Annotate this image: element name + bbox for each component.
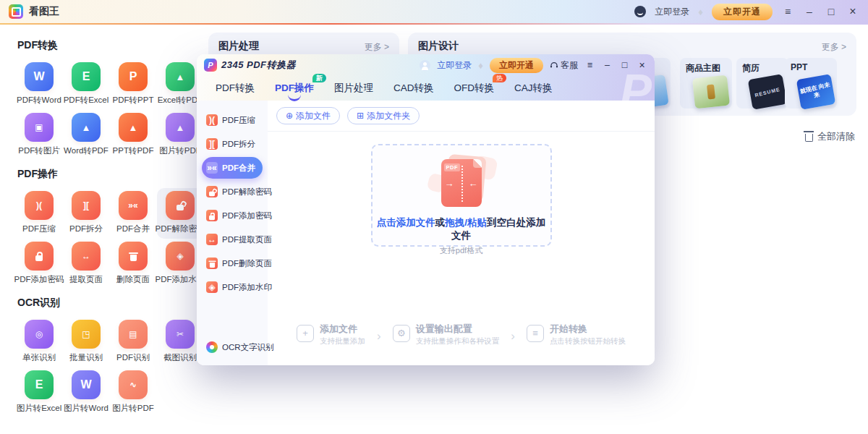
step-title: 设置输出配置: [416, 323, 500, 335]
app-logo-icon: [9, 4, 23, 19]
pdf-to-image-icon: ▣: [25, 113, 54, 142]
dialog-sidebar: )(PDF压缩][PDF拆分»«PDF合并PDF解除密码PDF添加密码↔PDF提…: [197, 101, 268, 365]
tab-pdf-operate[interactable]: PDF操作新: [275, 82, 314, 95]
extract-glyph: ↔: [82, 251, 90, 261]
tool-pdf-ocr[interactable]: ▤PDF识别: [110, 317, 156, 367]
page-fold: [473, 159, 482, 168]
upgrade-button[interactable]: 立即开通: [712, 4, 773, 20]
tool-label: PDF转Word: [17, 95, 61, 106]
tool-delete-pages[interactable]: 删除页面: [110, 239, 156, 289]
tool-pdf-to-ppt[interactable]: PPDF转PPT: [110, 59, 156, 110]
design-card-product-image[interactable]: 商品主图: [680, 58, 732, 109]
P-glyph: P: [129, 70, 137, 83]
sidebar-item-pdf-compress[interactable]: )(PDF压缩: [202, 109, 263, 131]
dialog-header: P P 2345 PDF转换器 立即登录 ♦ 立即开通 客服 ≡ – □ ×: [197, 54, 655, 101]
tool-ppt-to-pdf[interactable]: ▲PPT转PDF: [110, 110, 156, 161]
step-text: 添加文件支持批量添加: [320, 323, 365, 346]
tool-label: Excel转PDF: [158, 95, 203, 106]
sidebar-item-label: PDF添加水印: [222, 282, 272, 293]
tool-pdf-compress[interactable]: )(PDF压缩: [16, 188, 62, 239]
compress-glyph: )(: [209, 115, 215, 125]
sidebar-item-pdf-split[interactable]: ][PDF拆分: [202, 133, 263, 155]
tool-pdf-to-image[interactable]: ▣PDF转图片: [16, 110, 62, 161]
tool-label: PDF添加密码: [14, 274, 64, 285]
batch-glyph: ◳: [82, 329, 90, 339]
pdf-glyph: ▲: [176, 72, 185, 82]
menu-button[interactable]: ≡: [781, 7, 794, 17]
split-glyph: ][: [83, 200, 89, 210]
pdf-delete-pages-icon: [206, 258, 218, 269]
sidebar-item-pdf-merge[interactable]: »«PDF合并: [202, 157, 263, 179]
tool-pdf-split[interactable]: ][PDF拆分: [63, 188, 109, 239]
tool-pdf-to-excel[interactable]: EPDF转Excel: [63, 59, 109, 110]
close-button[interactable]: ×: [846, 6, 859, 17]
tab-cad-convert[interactable]: CAD转换: [393, 82, 434, 95]
design-card-resume[interactable]: 简历RESUME: [736, 58, 788, 109]
tool-pdf-to-word[interactable]: WPDF转Word: [16, 59, 62, 110]
pdf-add-password-icon: [206, 210, 218, 221]
step-title: 开始转换: [550, 323, 626, 335]
single-ocr-icon: ◎: [25, 320, 54, 349]
tool-pdf-add-password[interactable]: PDF添加密码: [16, 239, 62, 289]
tab-caj-convert[interactable]: CAJ转换: [514, 82, 553, 95]
tab-ofd-convert[interactable]: OFD转换热: [454, 82, 495, 95]
titlebar-actions: 立即登录 ♦ 立即开通 ≡ – □ ×: [634, 4, 859, 20]
user-avatar-icon[interactable]: [634, 6, 646, 17]
dialog-maximize-button[interactable]: □: [619, 61, 630, 70]
sidebar-item-pdf-add-password[interactable]: PDF添加密码: [202, 205, 263, 226]
add-folder-button[interactable]: 添加文件夹: [347, 107, 420, 124]
sidebar-item-pdf-add-watermark[interactable]: ◈PDF添加水印: [202, 276, 263, 298]
tool-word-to-pdf[interactable]: ▲Word转PDF: [63, 110, 109, 161]
tool-batch-ocr[interactable]: ◳批量识别: [63, 317, 109, 367]
tool-pdf-merge[interactable]: »«PDF合并: [110, 188, 156, 239]
step-add-file-icon: +: [297, 325, 314, 342]
add-file-button[interactable]: 添加文件: [276, 107, 340, 124]
login-link[interactable]: 立即登录: [655, 6, 689, 18]
tool-single-ocr[interactable]: ◎单张识别: [16, 317, 62, 367]
tool-label: 单张识别: [22, 352, 56, 363]
tool-grid: WPDF转WordEPDF转ExcelPPDF转PPT▲Excel转PDF▣PD…: [16, 59, 208, 161]
tab-label: OFD转换: [454, 82, 495, 93]
minimize-button[interactable]: –: [803, 7, 816, 17]
tab-pdf-convert[interactable]: PDF转换: [216, 82, 255, 95]
tool-image-to-pdf-ocr[interactable]: ∿图片转PDF: [110, 367, 156, 418]
maximize-button[interactable]: □: [825, 7, 838, 17]
sidebar-item-label: PDF合并: [222, 163, 255, 174]
design-card-ppt[interactable]: PPT就现在 向未来: [785, 58, 837, 109]
sidebar-item-pdf-extract-pages[interactable]: ↔PDF提取页面: [202, 229, 263, 250]
dialog-titlebar-actions: 立即登录 ♦ 立即开通 客服 ≡ – □ ×: [420, 58, 647, 73]
tool-image-to-word[interactable]: W图片转Word: [63, 367, 109, 418]
step-start-convert: ≡开始转换点击转换按钮开始转换: [527, 323, 626, 346]
file-dropzone[interactable]: PDF 点击添加文件或拖拽/粘贴到空白处添加文件 支持pdf格式: [371, 144, 552, 247]
tab-label: PDF转换: [216, 82, 255, 93]
sidebar-item-ocr-text-recognition[interactable]: OCR文字识别: [202, 336, 263, 358]
section-title: PDF操作: [17, 168, 208, 181]
docscan-glyph: ▤: [129, 329, 137, 339]
screenshot-ocr-icon: ✂: [166, 320, 195, 349]
clear-all-button[interactable]: 全部清除: [805, 130, 855, 143]
arrow-left-icon: [469, 178, 478, 189]
dialog-upgrade-button[interactable]: 立即开通: [490, 58, 543, 73]
E-glyph: E: [35, 378, 43, 391]
image-process-more-link[interactable]: 更多 >: [365, 41, 389, 54]
thumbnail-text: 就现在 向未来: [797, 81, 834, 103]
sidebar-item-pdf-remove-password[interactable]: PDF解除密码: [202, 181, 263, 203]
stamp-glyph: ◈: [176, 251, 183, 261]
tool-label: 批量识别: [69, 352, 103, 363]
tool-label: PDF转图片: [18, 145, 60, 156]
dialog-avatar-icon[interactable]: [420, 60, 430, 71]
dialog-minimize-button[interactable]: –: [602, 61, 613, 70]
dialog-menu-button[interactable]: ≡: [584, 61, 595, 70]
tool-extract-pages[interactable]: ↔提取页面: [63, 239, 109, 289]
dialog-close-button[interactable]: ×: [637, 60, 647, 70]
tools-panel: PDF转换WPDF转WordEPDF转ExcelPPDF转PPT▲Excel转P…: [0, 27, 208, 434]
image-to-pdf-ocr-icon: ∿: [119, 370, 148, 399]
support-button[interactable]: 客服: [550, 59, 578, 72]
image-design-more-link[interactable]: 更多 >: [822, 41, 846, 54]
headset-icon: [550, 61, 558, 69]
dialog-login-link[interactable]: 立即登录: [437, 59, 472, 72]
dialog-body: )(PDF压缩][PDF拆分»«PDF合并PDF解除密码PDF添加密码↔PDF提…: [197, 101, 655, 365]
sidebar-item-pdf-delete-pages[interactable]: PDF删除页面: [202, 252, 263, 274]
tab-image-process[interactable]: 图片处理: [334, 82, 373, 95]
tool-image-to-excel[interactable]: E图片转Excel: [16, 367, 62, 418]
